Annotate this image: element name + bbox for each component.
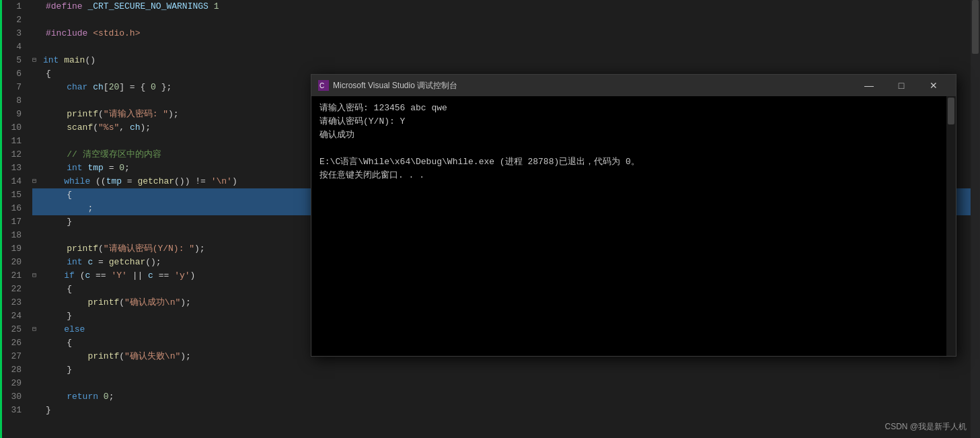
ln-11: 11: [0, 135, 22, 148]
code-line-30: return 0;: [32, 390, 980, 404]
code-line-31: }: [32, 404, 980, 417]
console-titlebar: C Microsoft Visual Studio 调试控制台 — □ ✕: [311, 75, 956, 96]
minimize-button[interactable]: —: [854, 75, 884, 96]
ln-9: 9: [0, 108, 22, 121]
console-line-5: E:\C语言\While\x64\Debug\While.exe (进程 287…: [319, 155, 948, 169]
console-title: Microsoft Visual Studio 调试控制台: [333, 80, 854, 92]
ln-22: 22: [0, 283, 22, 296]
ln-12: 12: [0, 148, 22, 161]
ln-10: 10: [0, 121, 22, 135]
ln-1: 1: [0, 0, 22, 13]
ln-18: 18: [0, 229, 22, 242]
ln-25: 25: [0, 323, 22, 336]
console-line-4: [319, 142, 948, 155]
console-line-1: 请输入密码: 123456 abc qwe: [319, 102, 948, 115]
code-line-2: [32, 13, 980, 27]
ln-29: 29: [0, 377, 22, 390]
ln-27: 27: [0, 350, 22, 363]
scrollbar-thumb[interactable]: [972, 0, 979, 54]
console-controls: — □ ✕: [854, 75, 949, 96]
scrollbar-track[interactable]: [971, 0, 980, 438]
ln-30: 30: [0, 390, 22, 404]
editor-left-border: [0, 0, 2, 438]
line-numbers: 1 2 3 4 5 6 7 8 9 10 11 12 13 14 15 16 1…: [0, 0, 27, 438]
console-window: C Microsoft Visual Studio 调试控制台 — □ ✕ 请输…: [311, 74, 956, 357]
ln-21: 21: [0, 269, 22, 283]
code-line-5: ⊟ int main(): [32, 54, 980, 67]
console-line-6: 按任意键关闭此窗口. . .: [319, 169, 948, 182]
ln-24: 24: [0, 309, 22, 323]
ln-19: 19: [0, 242, 22, 256]
code-line-28: }: [32, 363, 980, 377]
ln-13: 13: [0, 161, 22, 175]
ln-23: 23: [0, 296, 22, 309]
ln-20: 20: [0, 256, 22, 269]
ln-26: 26: [0, 336, 22, 350]
ln-4: 4: [0, 40, 22, 54]
console-line-2: 请确认密码(Y/N): Y: [319, 115, 948, 129]
ln-17: 17: [0, 215, 22, 229]
ln-5: 5: [0, 54, 22, 67]
ln-7: 7: [0, 81, 22, 94]
console-scrollbar[interactable]: [946, 96, 956, 356]
code-line-3: #include <stdio.h>: [32, 27, 980, 40]
csdn-watermark: CSDN @我是新手人机: [884, 421, 967, 433]
code-line-29: [32, 377, 980, 390]
ln-3: 3: [0, 27, 22, 40]
ln-16: 16: [0, 202, 22, 215]
ln-2: 2: [0, 13, 22, 27]
ln-28: 28: [0, 363, 22, 377]
ln-15: 15: [0, 188, 22, 202]
ln-8: 8: [0, 94, 22, 108]
ln-14: 14: [0, 175, 22, 188]
close-button[interactable]: ✕: [918, 75, 949, 96]
console-scrollbar-thumb[interactable]: [948, 98, 954, 124]
svg-text:C: C: [319, 82, 324, 89]
ln-31: 31: [0, 404, 22, 417]
code-line-1: #define _CRT_SECURE_NO_WARNINGS 1: [32, 0, 980, 13]
code-line-4: [32, 40, 980, 54]
console-body: 请输入密码: 123456 abc qwe 请确认密码(Y/N): Y 确认成功…: [311, 96, 956, 356]
maximize-button[interactable]: □: [886, 75, 917, 96]
console-line-3: 确认成功: [319, 129, 948, 142]
ln-6: 6: [0, 67, 22, 81]
vs-icon: C: [318, 80, 329, 91]
